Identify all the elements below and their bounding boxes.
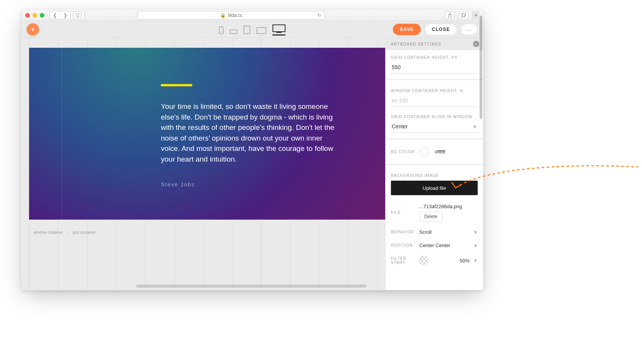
browser-window: ❮ ❯ 🔒 tilda.cc ↻ + + (21, 9, 483, 290)
delete-file-button[interactable]: Delete (419, 212, 443, 222)
svg-rect-8 (257, 28, 266, 34)
behavior-value[interactable]: Scroll (419, 229, 470, 235)
position-label: POSITION (391, 243, 415, 248)
sidebar-toggle[interactable] (73, 11, 85, 19)
device-desktop-icon[interactable] (272, 24, 285, 36)
grid-height-label: GRID CONTAINER HEIGHT, PX (391, 55, 478, 60)
new-tab-button[interactable]: + (472, 11, 479, 20)
close-window-icon[interactable] (25, 13, 30, 18)
panel-scrollbar[interactable] (480, 38, 482, 119)
filter-swatch[interactable] (419, 256, 428, 265)
grid-height-input[interactable] (391, 63, 478, 74)
chevron-down-icon: ▼ (473, 243, 478, 248)
workspace: Your time is limited, so don't waste it … (21, 38, 483, 290)
behavior-label: BEHAVIOR (391, 230, 415, 234)
more-button[interactable]: ... (461, 24, 478, 35)
svg-rect-1 (76, 13, 78, 17)
bgcolor-label: BG COLOR (391, 150, 415, 154)
svg-rect-5 (219, 27, 223, 34)
bgcolor-swatch[interactable] (420, 147, 429, 156)
window-height-input[interactable] (391, 96, 478, 107)
share-icon[interactable] (445, 11, 455, 19)
chevron-down-icon: ▼ (473, 258, 478, 263)
add-block-button[interactable]: + (27, 23, 39, 36)
maximize-window-icon[interactable] (40, 13, 44, 18)
panel-title: ARTBOARD SETTINGS (391, 42, 441, 46)
minimize-window-icon[interactable] (32, 13, 37, 18)
device-tablet-icon[interactable] (243, 26, 250, 34)
tab-grid-container[interactable]: grid container (68, 228, 101, 237)
svg-rect-9 (273, 25, 285, 32)
align-value: Center (392, 123, 408, 129)
horizontal-scrollbar[interactable] (136, 285, 366, 288)
svg-rect-0 (76, 13, 82, 17)
chevron-down-icon: ▼ (473, 230, 478, 235)
chevron-down-icon: ▼ (473, 124, 477, 129)
svg-rect-7 (244, 26, 250, 34)
device-tablet-landscape-icon[interactable] (256, 27, 266, 34)
upload-file-button[interactable]: Upload file (391, 181, 478, 195)
browser-titlebar: ❮ ❯ 🔒 tilda.cc ↻ + (21, 10, 483, 21)
artboard[interactable]: Your time is limited, so don't waste it … (29, 48, 385, 220)
bgcolor-value[interactable]: #ffffff (434, 149, 445, 155)
device-switcher (219, 24, 285, 34)
settings-panel: ARTBOARD SETTINGS × GRID CONTAINER HEIGH… (385, 38, 483, 290)
file-value: ...713af2286da.png (419, 204, 478, 209)
filter-start-value[interactable]: 50% (432, 258, 470, 264)
accent-bar[interactable] (161, 84, 192, 86)
url-host: tilda.cc (228, 13, 242, 18)
forward-button[interactable]: ❯ (60, 11, 70, 19)
window-controls (25, 13, 44, 18)
filter-start-label: FILTER START (391, 256, 415, 265)
panel-header: ARTBOARD SETTINGS × (386, 38, 483, 50)
close-panel-icon[interactable]: × (473, 41, 479, 47)
quote-text[interactable]: Your time is limited, so don't waste it … (161, 101, 340, 164)
svg-rect-3 (461, 14, 465, 17)
quote-author[interactable]: Steve Jobs (161, 181, 195, 188)
bgimage-label: BACKGROUND IMAGE (391, 173, 478, 178)
device-phone-icon[interactable] (219, 26, 224, 34)
back-button[interactable]: ❮ (50, 11, 60, 19)
lock-icon: 🔒 (220, 13, 226, 18)
svg-rect-4 (462, 13, 466, 16)
save-button[interactable]: SAVE (393, 24, 421, 35)
address-bar[interactable]: 🔒 tilda.cc ↻ (138, 11, 325, 19)
window-height-label: WINDOW CONTAINER HEIGHT, % (391, 89, 478, 93)
file-label: FILE (391, 210, 415, 215)
nav-buttons: ❮ ❯ (50, 11, 70, 19)
device-phone-landscape-icon[interactable] (230, 29, 237, 34)
tab-window-container[interactable]: window container (29, 228, 68, 237)
canvas-area[interactable]: Your time is limited, so don't waste it … (21, 38, 385, 290)
tabs-icon[interactable] (459, 11, 469, 19)
svg-rect-6 (230, 30, 237, 34)
align-label: GRID CONTAINER ALIGN IN WINDOW (391, 115, 478, 119)
align-select[interactable]: Center ▼ (391, 122, 478, 133)
guide-line (62, 48, 62, 220)
reload-icon[interactable]: ↻ (318, 13, 321, 18)
app-toolbar: + SAVE CLOSE ... (21, 21, 483, 38)
close-button[interactable]: CLOSE (425, 24, 457, 35)
position-value[interactable]: Center Center (419, 243, 470, 248)
container-tabs: window container grid container (29, 228, 101, 237)
